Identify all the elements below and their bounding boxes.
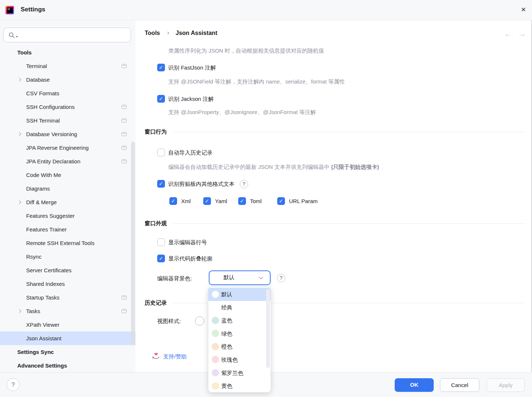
search-icon xyxy=(8,32,15,39)
editor-bg-select[interactable]: 默认 xyxy=(209,270,271,285)
sidebar-item-features-suggester[interactable]: Features Suggester xyxy=(0,209,135,223)
color-option-黄色[interactable]: 黄色 xyxy=(208,379,271,393)
sidebar-item-diff-merge[interactable]: Diff & Merge xyxy=(0,195,135,209)
sidebar-item-database-versioning[interactable]: Database Versioning xyxy=(0,127,135,141)
fastjson-label[interactable]: 识别 FastJson 注解 xyxy=(168,64,216,71)
sidebar-item-label: Features Suggester xyxy=(26,213,75,219)
back-arrow-icon[interactable]: ← xyxy=(504,29,512,39)
screen-icon xyxy=(121,132,127,136)
color-option-玫瑰色[interactable]: 玫瑰色 xyxy=(208,353,271,366)
sidebar-item-shared-indexes[interactable]: Shared Indexes xyxy=(0,277,135,291)
sidebar-item-diagrams[interactable]: Diagrams xyxy=(0,182,135,195)
support-link-label[interactable]: 支持/赞助 xyxy=(163,353,187,360)
chevron-right-icon[interactable] xyxy=(18,201,21,204)
format-label[interactable]: URL Param xyxy=(289,198,318,204)
folding-outline-label[interactable]: 显示代码折叠轮廓 xyxy=(168,255,212,262)
editor-bg-label: 编辑器背景色: xyxy=(157,275,192,282)
sidebar-item-csv-formats[interactable]: CSV Formats xyxy=(0,86,135,100)
forward-arrow-icon[interactable]: → xyxy=(518,29,526,39)
sidebar-item-remote-ssh-external-tools[interactable]: Remote SSH External Tools xyxy=(0,236,135,250)
sidebar-item-json-assistant[interactable]: Json Assistant xyxy=(0,332,135,345)
breadcrumb-parent[interactable]: Tools xyxy=(145,30,160,36)
color-option-label: 绿色 xyxy=(221,330,232,337)
view-style-radio[interactable] xyxy=(195,316,204,326)
jackson-label[interactable]: 识别 Jackson 注解 xyxy=(168,96,214,103)
sidebar-item-tools[interactable]: Tools xyxy=(0,46,135,59)
sidebar-item-features-trainer[interactable]: Features Trainer xyxy=(0,223,135,236)
sidebar-item-ssh-terminal[interactable]: SSH Terminal xyxy=(0,114,135,127)
sidebar-item-settings-sync[interactable]: Settings Sync xyxy=(0,345,135,359)
line-numbers-label[interactable]: 显示编辑器行号 xyxy=(168,239,207,246)
titlebar: IJ Settings ✕ xyxy=(0,0,532,20)
color-option-默认[interactable]: 默认 xyxy=(208,288,271,301)
settings-dialog: IJ Settings ✕ ToolsTerminalDatabaseCSV F… xyxy=(0,0,532,397)
format-checkbox-xml[interactable] xyxy=(169,197,177,205)
color-option-橙色[interactable]: 橙色 xyxy=(208,340,271,353)
format-checkbox-toml[interactable] xyxy=(238,197,246,205)
editor-bg-help-icon[interactable]: ? xyxy=(277,274,285,282)
search-box[interactable] xyxy=(3,28,131,42)
sidebar-item-server-certificates[interactable]: Server Certificates xyxy=(0,263,135,277)
format-label[interactable]: Yaml xyxy=(215,198,227,204)
chevron-right-icon[interactable] xyxy=(18,78,21,82)
sidebar-item-label: Tasks xyxy=(26,308,40,314)
sidebar-item-ssh-configurations[interactable]: SSH Configurations xyxy=(0,100,135,114)
sidebar-item-label: SSH Terminal xyxy=(26,117,60,124)
editor-bg-value: 默认 xyxy=(223,274,235,281)
sidebar-item-label: Startup Tasks xyxy=(26,294,60,301)
help-button[interactable]: ? xyxy=(7,378,20,391)
sidebar-item-jpa-entity-declaration[interactable]: JPA Entity Declaration xyxy=(0,155,135,168)
sidebar-item-rsync[interactable]: Rsync xyxy=(0,250,135,263)
color-dot-icon xyxy=(212,369,219,376)
auto-import-label[interactable]: 自动导入历史记录 xyxy=(168,149,212,156)
close-icon[interactable]: ✕ xyxy=(521,6,526,14)
folding-outline-checkbox[interactable] xyxy=(157,255,165,262)
apply-button[interactable]: Apply xyxy=(487,378,525,392)
chevron-right-icon[interactable] xyxy=(18,132,21,136)
search-input[interactable] xyxy=(21,29,128,40)
line-numbers-checkbox[interactable] xyxy=(157,238,165,246)
sidebar-item-advanced-settings[interactable]: Advanced Settings xyxy=(0,359,135,372)
sidebar-scrollbar[interactable] xyxy=(131,142,135,345)
sidebar-item-tasks[interactable]: Tasks xyxy=(0,304,135,318)
cancel-button[interactable]: Cancel xyxy=(440,378,479,392)
popup-scrollbar[interactable] xyxy=(266,289,270,368)
sidebar-item-database[interactable]: Database xyxy=(0,73,135,86)
ok-button[interactable]: OK xyxy=(395,378,434,392)
sidebar-item-label: Terminal xyxy=(26,63,47,69)
sidebar-item-label: SSH Configurations xyxy=(26,104,75,110)
color-option-绿色[interactable]: 绿色 xyxy=(208,327,271,340)
color-option-蓝色[interactable]: 蓝色 xyxy=(208,314,271,327)
screen-icon xyxy=(121,309,127,313)
sidebar-item-xpath-viewer[interactable]: XPath Viewer xyxy=(0,318,135,332)
sidebar-item-label: JPA Entity Declaration xyxy=(26,158,80,164)
search-history-caret-icon[interactable] xyxy=(16,36,18,38)
sidebar-item-jpa-reverse-engineering[interactable]: JPA Reverse Engineering xyxy=(0,141,135,155)
fastjson-checkbox[interactable] xyxy=(157,64,165,71)
jackson-checkbox[interactable] xyxy=(157,95,165,103)
clipboard-formats-checkbox[interactable] xyxy=(157,180,165,188)
sidebar: ToolsTerminalDatabaseCSV FormatsSSH Conf… xyxy=(0,21,135,372)
auto-import-desc-bold: (只限于初始选项卡) xyxy=(331,164,379,170)
clipboard-help-icon[interactable]: ? xyxy=(240,180,248,188)
format-label[interactable]: Xml xyxy=(181,198,191,204)
format-checkbox-url-param[interactable] xyxy=(277,197,285,205)
sidebar-item-startup-tasks[interactable]: Startup Tasks xyxy=(0,291,135,304)
jackson-desc: 支持 @JsonProperty、@JsonIgnore、@JsonFormat… xyxy=(168,109,316,116)
sidebar-item-code-with-me[interactable]: Code With Me xyxy=(0,168,135,182)
chevron-right-icon[interactable] xyxy=(18,309,21,313)
color-option-紫罗兰色[interactable]: 紫罗兰色 xyxy=(208,366,271,380)
format-label[interactable]: Toml xyxy=(250,198,262,204)
random-value-hint: 类属性序列化为 JSON 时，自动根据相关信息提供对应的随机值 xyxy=(168,47,324,54)
hand-heart-icon xyxy=(152,352,161,361)
sidebar-item-terminal[interactable]: Terminal xyxy=(0,59,135,73)
color-option-label: 黄色 xyxy=(221,383,232,389)
sidebar-item-label: Tools xyxy=(17,49,32,56)
fastjson-desc: 支持 @JSONField 等注解，支持注解内 name、serialize、f… xyxy=(168,78,345,85)
color-option-经典[interactable]: 经典 xyxy=(208,301,271,314)
sidebar-item-label: JPA Reverse Engineering xyxy=(26,145,89,151)
clipboard-formats-label[interactable]: 识别剪贴板内其他格式文本 xyxy=(168,181,235,188)
auto-import-checkbox[interactable] xyxy=(157,149,165,156)
format-checkbox-yaml[interactable] xyxy=(203,197,211,205)
sidebar-item-label: Server Certificates xyxy=(26,267,71,273)
